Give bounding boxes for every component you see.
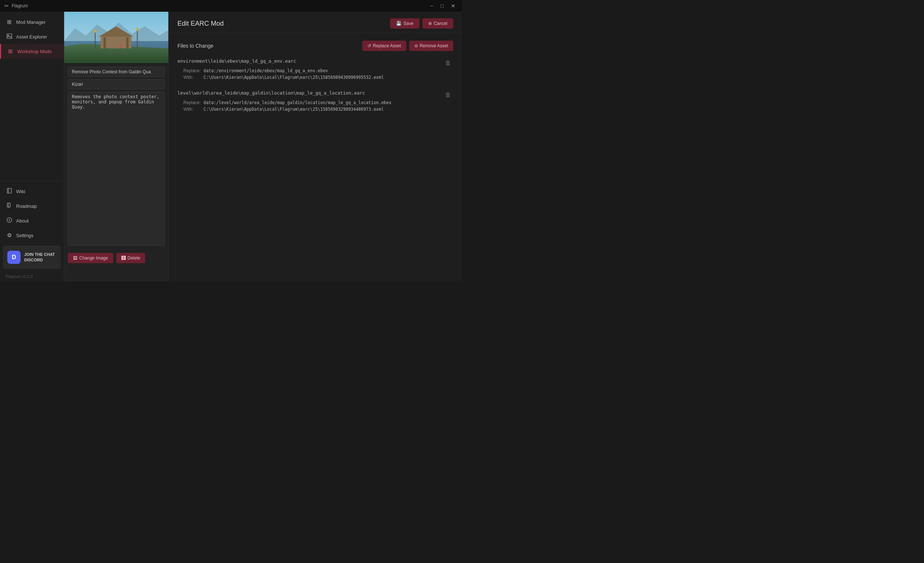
sidebar-item-mod-manager[interactable]: ⊞ Mod Manager — [0, 15, 64, 29]
mod-author-input[interactable] — [68, 79, 165, 90]
svg-point-1 — [8, 35, 9, 36]
replace-asset-label: Replace Asset — [373, 43, 401, 48]
left-panel-buttons: 🖼 Change Image 🅱 Delete — [64, 249, 168, 267]
main-layout: ⊞ Mod Manager Asset Explorer ⊞ Workshop … — [0, 12, 462, 282]
roadmap-icon — [6, 203, 12, 209]
discord-text: JOIN THE CHAT DISCORD — [24, 252, 55, 263]
file-path: level\world\area_leide\map_galdin\locati… — [177, 90, 443, 96]
mod-title-input[interactable] — [68, 67, 165, 77]
remove-asset-button[interactable]: ⊖ Remove Asset — [409, 41, 453, 51]
file-replace-value: data:/environment/leide/ebex/map_ld_gq_a… — [204, 68, 443, 73]
svg-point-16 — [120, 43, 122, 46]
left-panel: 🖼 Change Image 🅱 Delete — [64, 12, 169, 282]
sidebar-item-label-roadmap: Roadmap — [16, 204, 37, 209]
title-bar-left: ✂ Flagrum — [4, 3, 28, 9]
mod-info-section — [64, 63, 168, 249]
mod-thumbnail — [64, 12, 168, 63]
cancel-icon: ⊗ — [428, 21, 432, 26]
file-with-value: C:\Users\Kieran\AppData\Local\Flagrum\ea… — [204, 107, 443, 112]
file-with-row: With: C:\Users\Kieran\AppData\Local\Flag… — [183, 107, 443, 112]
replace-asset-button[interactable]: ↺ Replace Asset — [362, 41, 406, 51]
file-replace-value: data:/level/world/area_leide/map_galdin/… — [204, 100, 443, 105]
sidebar-nav: ⊞ Mod Manager Asset Explorer ⊞ Workshop … — [0, 12, 64, 181]
mod-description-textarea[interactable] — [68, 91, 165, 246]
version-label: Flagrum v1.2.0 — [0, 272, 64, 282]
main-header: Edit EARC Mod 💾 Save ⊗ Cancel — [169, 12, 462, 33]
main-panel: Edit EARC Mod 💾 Save ⊗ Cancel Files to C… — [169, 12, 462, 282]
main-title: Edit EARC Mod — [177, 20, 224, 27]
info-icon — [6, 217, 12, 224]
file-details: Replace: data:/environment/leide/ebex/ma… — [177, 67, 443, 81]
svg-rect-10 — [104, 37, 106, 48]
header-buttons: 💾 Save ⊗ Cancel — [390, 18, 453, 28]
svg-rect-11 — [126, 37, 129, 48]
sidebar-item-label-mod-manager: Mod Manager — [16, 19, 45, 25]
files-action-buttons: ↺ Replace Asset ⊖ Remove Asset — [362, 41, 453, 51]
file-replace-label: Replace: — [183, 68, 204, 73]
sidebar-item-roadmap[interactable]: Roadmap — [0, 199, 64, 213]
svg-point-15 — [136, 28, 139, 31]
file-entry: level\world\area_leide\map_galdin\locati… — [177, 90, 453, 113]
change-image-button[interactable]: 🖼 Change Image — [68, 253, 113, 263]
replace-icon: ↺ — [368, 43, 371, 48]
image-icon — [6, 33, 12, 40]
save-button[interactable]: 💾 Save — [390, 18, 419, 28]
book-icon — [6, 188, 12, 195]
cancel-label: Cancel — [434, 21, 447, 26]
svg-rect-4 — [8, 203, 10, 207]
file-entry-wrapper: level\world\area_leide\map_galdin\locati… — [177, 90, 453, 113]
file-replace-label: Replace: — [183, 100, 204, 105]
file-with-label: With: — [183, 75, 204, 80]
file-replace-row: Replace: data:/level/world/area_leide/ma… — [183, 100, 443, 105]
cancel-button[interactable]: ⊗ Cancel — [422, 18, 453, 28]
file-delete-button[interactable]: 🗑 — [443, 91, 453, 99]
app-icon: ✂ — [4, 3, 9, 9]
file-delete-button[interactable]: 🗑 — [443, 59, 453, 67]
save-icon: 💾 — [396, 21, 402, 26]
file-with-value: C:\Users\Kieran\AppData\Local\Flagrum\ea… — [204, 75, 443, 80]
sidebar-item-label-workshop-mods: Workshop Mods — [17, 49, 52, 54]
files-title: Files to Change — [177, 43, 213, 49]
workshop-icon: ⊞ — [7, 48, 14, 55]
sidebar-item-workshop-mods[interactable]: ⊞ Workshop Mods — [0, 44, 64, 58]
sidebar-item-asset-explorer[interactable]: Asset Explorer — [0, 29, 64, 44]
sidebar-item-wiki[interactable]: Wiki — [0, 184, 64, 199]
delete-icon: 🅱 — [122, 256, 126, 261]
grid-icon: ⊞ — [6, 19, 12, 25]
change-image-label: Change Image — [79, 256, 108, 261]
remove-icon: ⊖ — [414, 43, 418, 48]
title-bar-controls: − □ ✕ — [428, 2, 458, 9]
sidebar-item-about[interactable]: About — [0, 213, 64, 228]
sidebar-item-label-settings: Settings — [16, 233, 33, 238]
sidebar-bottom: Wiki Roadmap — [0, 181, 64, 282]
remove-asset-label: Remove Asset — [420, 43, 448, 48]
svg-rect-2 — [8, 189, 11, 193]
svg-rect-17 — [120, 46, 122, 48]
app-title: Flagrum — [12, 3, 28, 8]
discord-button[interactable]: D JOIN THE CHAT DISCORD — [3, 246, 61, 269]
file-details: Replace: data:/level/world/area_leide/ma… — [177, 99, 443, 113]
minimize-button[interactable]: − — [428, 2, 435, 9]
file-with-label: With: — [183, 107, 204, 112]
close-button[interactable]: ✕ — [449, 2, 458, 9]
sidebar: ⊞ Mod Manager Asset Explorer ⊞ Workshop … — [0, 12, 64, 282]
delete-label: Delete — [128, 256, 140, 261]
sidebar-item-label-asset-explorer: Asset Explorer — [16, 34, 47, 40]
mod-thumbnail-image — [64, 12, 168, 63]
sidebar-item-settings[interactable]: ⚙ Settings — [0, 228, 64, 243]
maximize-button[interactable]: □ — [438, 2, 446, 9]
sidebar-item-label-about: About — [16, 218, 28, 223]
title-bar: ✂ Flagrum − □ ✕ — [0, 0, 462, 12]
svg-point-7 — [9, 219, 9, 219]
files-section: Files to Change ↺ Replace Asset ⊖ Remove… — [169, 33, 462, 282]
discord-line2: DISCORD — [24, 257, 55, 263]
svg-point-13 — [94, 30, 97, 33]
file-entry-wrapper: environment\leide\ebex\map_ld_gq_a_env.e… — [177, 58, 453, 81]
file-entry: environment\leide\ebex\map_ld_gq_a_env.e… — [177, 58, 453, 81]
files-header: Files to Change ↺ Replace Asset ⊖ Remove… — [177, 41, 453, 51]
discord-icon: D — [8, 251, 21, 264]
delete-button[interactable]: 🅱 Delete — [116, 253, 146, 263]
gear-icon: ⚙ — [6, 232, 12, 239]
change-image-icon: 🖼 — [73, 256, 77, 261]
file-path: environment\leide\ebex\map_ld_gq_a_env.e… — [177, 58, 443, 64]
